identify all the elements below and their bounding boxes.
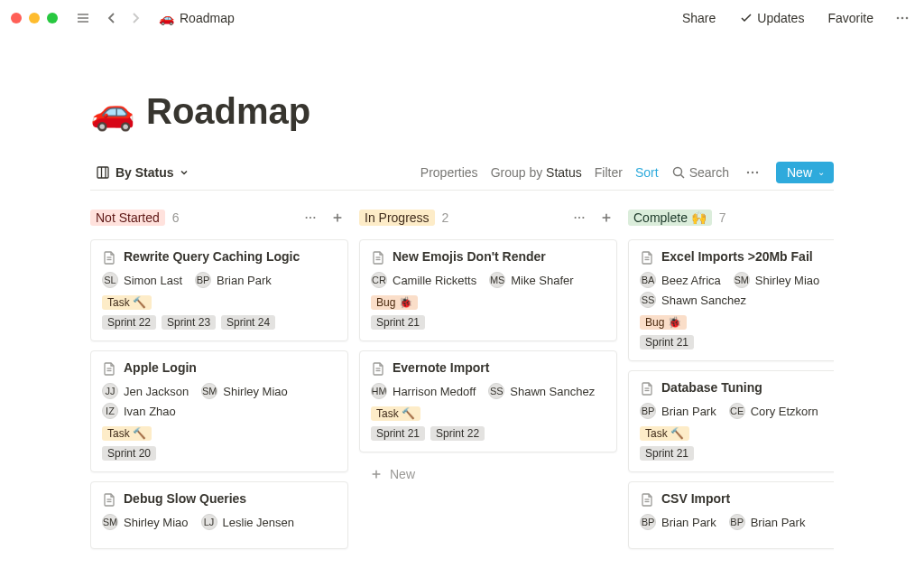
svg-point-12 xyxy=(752,171,753,172)
sort-button[interactable]: Sort xyxy=(635,165,659,180)
avatar: BP xyxy=(195,272,211,288)
board-card[interactable]: Evernote ImportHMHarrison MedoffSSShawn … xyxy=(359,350,617,452)
assignee: CECory Etzkorn xyxy=(729,403,818,419)
add-card-icon[interactable] xyxy=(327,207,348,228)
assignee: BPBrian Park xyxy=(195,272,272,288)
card-title: Evernote Import xyxy=(393,360,489,375)
page-title-text: Roadmap xyxy=(146,91,310,132)
view-selector[interactable]: By Status xyxy=(90,162,194,183)
type-tag: Task 🔨 xyxy=(640,426,689,441)
new-button[interactable]: New ⌄ xyxy=(776,162,834,183)
page-emoji[interactable]: 🚗 xyxy=(90,90,135,133)
type-tag: Bug 🐞 xyxy=(371,295,418,310)
type-tag: Bug 🐞 xyxy=(640,315,687,330)
avatar: BP xyxy=(640,514,656,530)
sprint-tag: Sprint 21 xyxy=(371,315,425,330)
filter-button[interactable]: Filter xyxy=(595,165,623,180)
column-count: 7 xyxy=(719,210,726,225)
avatar: CR xyxy=(371,272,387,288)
assignee: BPBrian Park xyxy=(640,514,716,530)
column-more-icon[interactable] xyxy=(300,207,321,228)
assignee: MSMike Shafer xyxy=(489,272,573,288)
page-title[interactable]: 🚗 Roadmap xyxy=(90,90,834,133)
avatar: SS xyxy=(640,292,656,308)
close-window-icon[interactable] xyxy=(11,13,22,23)
board-card[interactable]: Database TuningBPBrian ParkCECory Etzkor… xyxy=(628,370,834,472)
more-icon[interactable] xyxy=(892,7,913,29)
avatar: IZ xyxy=(102,403,118,419)
column-label[interactable]: Complete 🙌 xyxy=(628,210,712,226)
svg-point-9 xyxy=(673,167,681,175)
maximize-window-icon[interactable] xyxy=(47,13,58,23)
favorite-button[interactable]: Favorite xyxy=(822,7,879,29)
assignee: LJLeslie Jensen xyxy=(201,514,295,530)
assignee: SSShawn Sanchez xyxy=(640,292,746,308)
assignee: CRCamille Ricketts xyxy=(371,272,476,288)
back-button[interactable] xyxy=(101,7,123,29)
new-card-button[interactable]: New xyxy=(359,461,617,487)
card-title: Database Tuning xyxy=(661,380,762,395)
sprint-tag: Sprint 21 xyxy=(640,335,694,350)
board-card[interactable]: New Emojis Don't RenderCRCamille Rickett… xyxy=(359,239,617,341)
assignee: BPBrian Park xyxy=(640,403,716,419)
column-more-icon[interactable] xyxy=(568,207,590,228)
chevron-down-icon: ⌄ xyxy=(818,167,825,177)
board-card[interactable]: CSV ImportBPBrian ParkBPBrian Park xyxy=(628,481,834,549)
card-title: Rewrite Query Caching Logic xyxy=(124,249,300,264)
search-button[interactable]: Search xyxy=(671,165,729,180)
assignee: SMShirley Miao xyxy=(102,514,189,530)
card-title: Apple Login xyxy=(124,360,197,375)
svg-point-27 xyxy=(582,217,584,219)
menu-icon[interactable] xyxy=(72,7,94,29)
breadcrumb[interactable]: 🚗 Roadmap xyxy=(153,9,240,27)
properties-button[interactable]: Properties xyxy=(420,165,478,180)
svg-point-15 xyxy=(310,217,311,219)
window-controls xyxy=(11,13,58,23)
avatar: MS xyxy=(489,272,505,288)
svg-point-5 xyxy=(906,17,909,20)
type-tag: Task 🔨 xyxy=(371,406,420,421)
board-card[interactable]: Debug Slow QueriesSMShirley MiaoLJLeslie… xyxy=(90,481,348,549)
sprint-tag: Sprint 22 xyxy=(102,315,156,330)
assignee: IZIvan Zhao xyxy=(102,403,176,419)
avatar: SM xyxy=(201,383,217,399)
type-tag: Task 🔨 xyxy=(102,426,152,441)
svg-point-25 xyxy=(575,217,577,219)
updates-button[interactable]: Updates xyxy=(734,7,809,29)
avatar: JJ xyxy=(102,383,118,399)
column-label[interactable]: In Progress xyxy=(359,210,435,226)
board-card[interactable]: Excel Imports >20Mb FailBABeez AfricaSMS… xyxy=(628,239,834,361)
column-header: Not Started6 xyxy=(90,205,348,230)
minimize-window-icon[interactable] xyxy=(29,13,40,23)
card-title: Excel Imports >20Mb Fail xyxy=(661,249,813,264)
avatar: HM xyxy=(371,383,387,399)
forward-button[interactable] xyxy=(125,7,146,29)
assignee: HMHarrison Medoff xyxy=(371,383,476,399)
svg-line-10 xyxy=(680,174,684,178)
assignee: JJJen Jackson xyxy=(102,383,189,399)
card-title: CSV Import xyxy=(661,491,730,506)
board-card[interactable]: Rewrite Query Caching LogicSLSimon LastB… xyxy=(90,239,348,341)
groupby-button[interactable]: Group by Status xyxy=(491,165,582,180)
avatar: SM xyxy=(102,514,118,530)
more-options-icon[interactable] xyxy=(742,162,763,183)
add-card-icon[interactable] xyxy=(596,207,617,228)
svg-point-4 xyxy=(901,17,904,20)
svg-point-3 xyxy=(897,17,900,20)
svg-point-13 xyxy=(756,171,758,172)
assignee: SMShirley Miao xyxy=(201,383,288,399)
assignee: SSShawn Sanchez xyxy=(488,383,595,399)
assignee: SMShirley Miao xyxy=(734,272,820,288)
sprint-tag: Sprint 22 xyxy=(430,426,485,441)
sprint-tag: Sprint 20 xyxy=(102,446,156,461)
board-card[interactable]: Apple LoginJJJen JacksonSMShirley MiaoIZ… xyxy=(90,350,348,472)
sprint-tag: Sprint 21 xyxy=(640,446,694,461)
sprint-tag: Sprint 24 xyxy=(221,315,275,330)
sprint-tag: Sprint 21 xyxy=(371,426,425,441)
avatar: BP xyxy=(640,403,656,419)
avatar: BA xyxy=(640,272,656,288)
breadcrumb-title: Roadmap xyxy=(180,11,235,25)
share-button[interactable]: Share xyxy=(677,7,721,29)
card-title: New Emojis Don't Render xyxy=(393,249,546,264)
column-label[interactable]: Not Started xyxy=(90,210,165,226)
